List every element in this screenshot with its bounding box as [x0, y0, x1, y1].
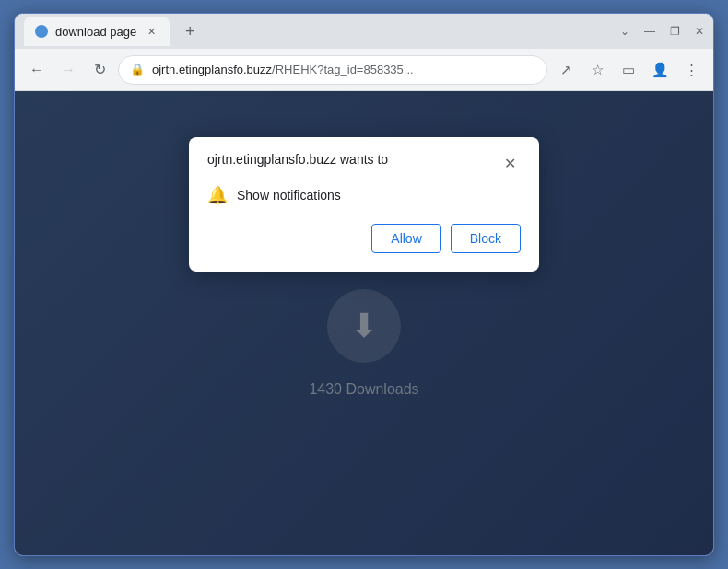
dialog-header: ojrtn.etingplansfo.buzz wants to ✕ — [207, 152, 521, 174]
window-collapse-button[interactable]: ⌄ — [620, 25, 629, 38]
refresh-button[interactable]: ↻ — [87, 57, 112, 83]
bookmark-button[interactable]: ☆ — [584, 57, 610, 83]
forward-button[interactable]: → — [55, 57, 81, 83]
title-bar: download page ✕ + ⌄ — ❐ ✕ — [15, 14, 713, 49]
lock-icon: 🔒 — [130, 63, 145, 76]
allow-button[interactable]: Allow — [371, 224, 440, 253]
window-minimize-button[interactable]: — — [644, 25, 655, 38]
back-button[interactable]: ← — [24, 57, 50, 83]
window-maximize-button[interactable]: ❐ — [670, 25, 680, 38]
tab-close-button[interactable]: ✕ — [144, 24, 159, 39]
dialog-close-button[interactable]: ✕ — [499, 152, 521, 174]
url-path: /RHEHK?tag_id=858335... — [272, 63, 414, 76]
block-button[interactable]: Block — [451, 224, 521, 253]
navigation-bar: ← → ↻ 🔒 ojrtn.etingplansfo.buzz/RHEHK?ta… — [15, 49, 713, 91]
url-domain: ojrtn.etingplansfo.buzz — [152, 63, 272, 76]
show-notifications-label: Show notifications — [237, 188, 341, 203]
bell-icon: 🔔 — [207, 185, 228, 205]
tab-title: download page — [55, 25, 136, 39]
share-button[interactable]: ↗ — [553, 57, 579, 83]
url-text: ojrtn.etingplansfo.buzz/RHEHK?tag_id=858… — [152, 63, 535, 76]
sidebar-button[interactable]: ▭ — [616, 57, 641, 83]
menu-button[interactable]: ⋮ — [678, 57, 704, 83]
profile-button[interactable]: 👤 — [647, 57, 673, 83]
new-tab-button[interactable]: + — [177, 18, 203, 44]
window-controls: ⌄ — ❐ ✕ — [620, 25, 704, 38]
address-bar[interactable]: 🔒 ojrtn.etingplansfo.buzz/RHEHK?tag_id=8… — [118, 55, 547, 85]
dialog-actions: Allow Block — [207, 224, 521, 253]
window-close-button[interactable]: ✕ — [695, 25, 704, 38]
notification-dialog: ojrtn.etingplansfo.buzz wants to ✕ 🔔 Sho… — [189, 137, 539, 272]
page-content: Yo t downloading. ⬇ 1430 Downloads ojrtn… — [15, 91, 713, 555]
dialog-title: ojrtn.etingplansfo.buzz wants to — [207, 152, 388, 167]
tab-favicon-icon — [35, 25, 48, 38]
browser-window: download page ✕ + ⌄ — ❐ ✕ ← → ↻ 🔒 ojrtn.… — [14, 13, 714, 556]
dialog-notification-row: 🔔 Show notifications — [207, 185, 521, 205]
browser-tab[interactable]: download page ✕ — [24, 17, 170, 46]
